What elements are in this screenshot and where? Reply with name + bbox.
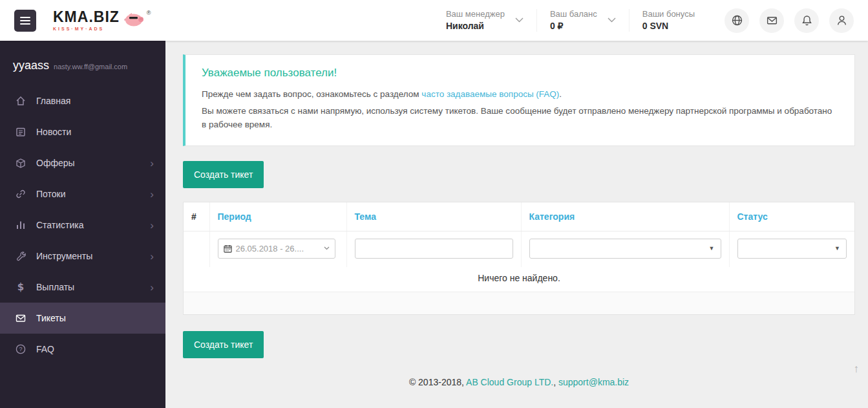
- sidebar-item-label: FAQ: [36, 344, 54, 354]
- chevron-right-icon: ›: [150, 220, 154, 231]
- support-email-link[interactable]: support@kma.biz: [558, 377, 629, 387]
- column-header-category[interactable]: Категория: [521, 202, 729, 231]
- logo[interactable]: KMA.BIZ KISS·MY·ADS ®: [53, 10, 151, 31]
- balance-text: Ваш баланс 0 ₽: [550, 9, 597, 31]
- column-header-number: #: [184, 202, 209, 231]
- filter-cell-topic: [346, 231, 521, 267]
- bonuses-value: 0 SVN: [642, 21, 695, 32]
- sidebar: yyaassnasty.ww.ff@gmail.com Главная Ново…: [0, 41, 165, 408]
- header-icon-buttons: [714, 8, 854, 33]
- manager-dropdown[interactable]: Ваш менеджер Николай: [433, 9, 536, 31]
- copyright-text: © 2013-2018,: [409, 377, 466, 387]
- chevron-down-icon: [324, 246, 330, 250]
- create-ticket-button-bottom[interactable]: Создать тикет: [183, 331, 264, 358]
- sidebar-item-faq[interactable]: ? FAQ: [0, 334, 165, 365]
- sidebar-item-tools[interactable]: Инструменты ›: [0, 241, 165, 272]
- envelope-icon: [766, 14, 778, 27]
- chevron-right-icon: ›: [150, 251, 154, 262]
- status-filter-select[interactable]: ▼: [737, 239, 847, 259]
- period-value: 26.05.2018 - 26....: [236, 244, 304, 253]
- home-icon: [14, 95, 27, 107]
- select-caret-icon: ▼: [709, 246, 715, 252]
- footer-separator: ,: [553, 377, 558, 387]
- news-icon: [14, 126, 27, 138]
- sidebar-item-label: Выплаты: [36, 282, 74, 292]
- column-header-status[interactable]: Статус: [729, 202, 854, 231]
- filter-cell-category: ▼: [521, 231, 729, 267]
- company-link[interactable]: AB Cloud Group LTD.: [466, 377, 553, 387]
- sidebar-item-payments[interactable]: $ Выплаты ›: [0, 272, 165, 303]
- bonuses-label: Ваши бонусы: [642, 9, 695, 19]
- sidebar-item-statistics[interactable]: Статистика ›: [0, 209, 165, 241]
- main-content: Уважаемые пользователи! Прежде чем задат…: [165, 41, 868, 408]
- profile-button[interactable]: [829, 8, 854, 33]
- language-globe-button[interactable]: [725, 8, 749, 33]
- category-filter-select[interactable]: ▼: [529, 239, 721, 259]
- manager-value: Николай: [446, 21, 505, 32]
- empty-results-text: Ничего не найдено.: [184, 267, 854, 292]
- scroll-to-top-button[interactable]: ↑: [854, 363, 860, 374]
- pig-logo-icon: [123, 10, 145, 27]
- topic-filter-input[interactable]: [355, 239, 513, 259]
- sidebar-item-label: Инструменты: [36, 251, 92, 261]
- period-daterange-picker[interactable]: 26.05.2018 - 26....: [218, 239, 335, 259]
- table-header-row: # Период Тема Категория Статус: [184, 202, 854, 231]
- chevron-down-icon: [608, 17, 616, 23]
- chevron-right-icon: ›: [150, 158, 154, 169]
- filter-cell-number: [184, 231, 209, 267]
- svg-text:?: ?: [19, 346, 22, 352]
- manager-text: Ваш менеджер Николай: [446, 9, 505, 31]
- balance-dropdown[interactable]: Ваш баланс 0 ₽: [536, 9, 629, 31]
- alert-line1-prefix: Прежде чем задать вопрос, ознакомьтесь с…: [202, 89, 421, 99]
- messages-button[interactable]: [759, 8, 784, 33]
- username: yyaass: [13, 59, 49, 72]
- chevron-right-icon: ›: [150, 282, 154, 293]
- bonuses-text: Ваши бонусы 0 SVN: [642, 9, 695, 31]
- sidebar-item-label: Потоки: [36, 189, 66, 199]
- streams-link-icon: [14, 188, 27, 200]
- top-header: KMA.BIZ KISS·MY·ADS ® Ваш менеджер Никол…: [0, 0, 868, 41]
- tools-wrench-icon: [14, 250, 27, 262]
- alert-line1-suffix: .: [559, 89, 562, 99]
- alert-line-1: Прежде чем задать вопрос, ознакомьтесь с…: [202, 88, 838, 102]
- create-ticket-button-top[interactable]: Создать тикет: [183, 161, 264, 188]
- page-footer: © 2013-2018, AB Cloud Group LTD., suppor…: [183, 377, 855, 387]
- sidebar-item-offers[interactable]: Офферы ›: [0, 147, 165, 178]
- hamburger-menu-button[interactable]: [14, 10, 36, 32]
- chevron-down-icon: [515, 17, 524, 23]
- filter-cell-status: ▼: [729, 231, 854, 267]
- column-header-topic[interactable]: Тема: [346, 202, 521, 231]
- statistics-bars-icon: [14, 219, 27, 231]
- sidebar-item-news[interactable]: Новости: [0, 116, 165, 147]
- tickets-table: # Период Тема Категория Статус 2: [184, 202, 854, 292]
- faq-question-icon: ?: [14, 343, 27, 355]
- filter-row: 26.05.2018 - 26.... ▼: [184, 231, 854, 267]
- sidebar-item-label: Статистика: [36, 220, 84, 230]
- sidebar-item-label: Тикеты: [36, 313, 66, 323]
- column-header-period[interactable]: Период: [209, 202, 346, 231]
- sidebar-item-label: Офферы: [36, 158, 75, 168]
- registered-mark: ®: [147, 10, 151, 16]
- alert-line-2: Вы можете связаться с нами напрямую, исп…: [202, 105, 838, 132]
- sidebar-item-tickets[interactable]: Тикеты: [0, 303, 165, 334]
- tickets-panel: # Период Тема Категория Статус 2: [183, 202, 855, 315]
- chevron-right-icon: ›: [150, 189, 154, 200]
- sidebar-item-streams[interactable]: Потоки ›: [0, 178, 165, 209]
- balance-value: 0 ₽: [550, 21, 597, 32]
- bonuses-block: Ваши бонусы 0 SVN: [629, 9, 708, 31]
- alert-title: Уважаемые пользователи!: [202, 67, 838, 80]
- sidebar-item-label: Новости: [36, 127, 71, 137]
- tickets-envelope-icon: [14, 312, 27, 324]
- faq-link[interactable]: часто задаваемые вопросы (FAQ): [421, 89, 559, 99]
- filter-cell-period: 26.05.2018 - 26....: [209, 231, 346, 267]
- topbar-right: Ваш менеджер Николай Ваш баланс 0 ₽ Ваши…: [433, 8, 854, 33]
- sidebar-item-home[interactable]: Главная: [0, 85, 165, 116]
- person-icon: [836, 14, 848, 27]
- empty-results-row: Ничего не найдено.: [184, 267, 854, 292]
- panel-footer: [184, 292, 854, 314]
- hamburger-icon: [20, 17, 30, 18]
- info-alert: Уважаемые пользователи! Прежде чем задат…: [183, 54, 855, 146]
- bell-icon: [801, 14, 813, 27]
- notifications-button[interactable]: [794, 8, 819, 33]
- logo-tagline: KISS·MY·ADS: [53, 27, 120, 31]
